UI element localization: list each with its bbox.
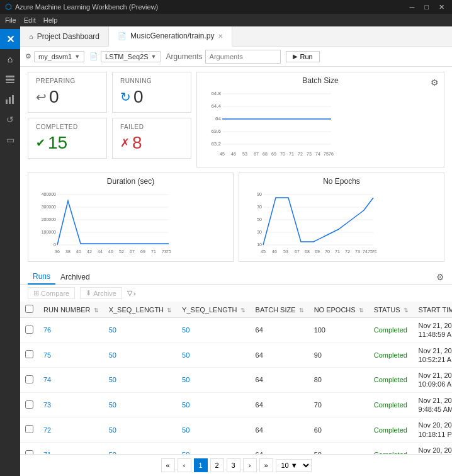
cell-start-time: Nov 21, 2017,11:48:59 AM [414, 318, 452, 343]
table-row: 74 50 50 64 80 Completed Nov 21, 2017,10… [20, 368, 452, 393]
cell-y-seq[interactable]: 50 [177, 417, 250, 443]
sidebar-history-icon[interactable]: ↺ [1, 111, 19, 128]
cell-y-seq[interactable]: 50 [177, 442, 250, 454]
cell-x-seq[interactable]: 50 [104, 343, 177, 368]
cell-batch-size: 64 [251, 318, 309, 343]
sidebar-dashboard-icon[interactable]: ⌂ [1, 50, 19, 68]
next-page-button[interactable]: › [243, 458, 257, 472]
svg-text:74: 74 [315, 152, 320, 156]
svg-text:68: 68 [305, 249, 310, 254]
no-epochs-chart: No Epochs 90 70 50 30 10 45 46 [239, 173, 444, 262]
batch-chart-settings-icon[interactable]: ⚙ [431, 77, 439, 88]
cell-x-seq[interactable]: 50 [104, 417, 177, 443]
tab-close-button[interactable]: ✕ [218, 33, 223, 40]
app-container: ✕ ⌂ ↺ ▭ ⌂ Project Dashboard 📄 MusicGener… [0, 26, 452, 476]
prev-page-button[interactable]: ‹ [178, 458, 191, 472]
row-select-checkbox[interactable] [25, 425, 33, 433]
col-x-seq[interactable]: X_SEQ_LENGTH ⇅ [104, 302, 177, 318]
page-2-button[interactable]: 2 [210, 458, 224, 472]
tab-project-dashboard[interactable]: ⌂ Project Dashboard [20, 26, 109, 47]
cell-run-number[interactable]: 71 [38, 442, 104, 454]
sidebar-home-button[interactable]: ✕ [0, 29, 20, 49]
stats-cards: PREPARING ↩ 0 RUNNING ↻ 0 [28, 72, 191, 167]
sidebar-data-icon[interactable] [1, 71, 19, 88]
app-title: Azure Machine Learning Workbench (Previe… [15, 3, 158, 11]
cell-no-epochs: 70 [309, 392, 369, 417]
cell-run-number[interactable]: 72 [38, 417, 104, 443]
cell-batch-size: 64 [251, 368, 309, 393]
per-page-select[interactable]: 10 ▼ 25 50 [276, 459, 312, 472]
svg-text:42: 42 [87, 249, 92, 254]
row-select-checkbox[interactable] [25, 350, 33, 358]
col-start-time[interactable]: START TIME ⇅ [414, 302, 452, 318]
completed-icon: ✔ [36, 136, 45, 150]
cell-x-seq[interactable]: 50 [104, 318, 177, 343]
row-select-checkbox[interactable] [25, 326, 33, 334]
completed-number: 15 [48, 133, 67, 153]
row-checkbox [20, 343, 38, 368]
last-page-button[interactable]: » [259, 458, 273, 472]
cell-run-number[interactable]: 75 [38, 343, 104, 368]
sidebar-chart-icon[interactable] [1, 91, 19, 108]
cell-y-seq[interactable]: 50 [177, 392, 250, 417]
table-settings-icon[interactable]: ⚙ [436, 272, 444, 282]
tab-runs[interactable]: Runs [28, 269, 55, 285]
arguments-input[interactable] [205, 50, 281, 64]
cell-run-number[interactable]: 76 [38, 318, 104, 343]
svg-text:46: 46 [272, 249, 277, 254]
cell-no-epochs: 60 [309, 417, 369, 443]
cell-y-seq[interactable]: 50 [177, 343, 250, 368]
cell-x-seq[interactable]: 50 [104, 442, 177, 454]
archive-button[interactable]: ⬇ Archive [80, 287, 122, 299]
preparing-label: PREPARING [36, 77, 99, 84]
menu-help[interactable]: Help [43, 16, 58, 24]
col-status[interactable]: STATUS ⇅ [369, 302, 414, 318]
tab-archived[interactable]: Archived [55, 270, 95, 284]
batch-size-svg: 64.8 64.4 64 63.6 63.2 45 46 53 [202, 88, 334, 163]
cell-run-number[interactable]: 73 [38, 392, 104, 417]
page-3-button[interactable]: 3 [227, 458, 240, 472]
cell-start-time: Nov 21, 2017,10:52:21 AM [414, 343, 452, 368]
cell-batch-size: 64 [251, 392, 309, 417]
cell-start-time: Nov 21, 2017,9:48:45 AM [414, 392, 452, 417]
svg-text:45: 45 [220, 152, 225, 156]
row-select-checkbox[interactable] [25, 375, 33, 383]
cell-y-seq[interactable]: 50 [177, 368, 250, 393]
table-body: 76 50 50 64 100 Completed Nov 21, 2017,1… [20, 318, 452, 455]
cell-run-number[interactable]: 74 [38, 368, 104, 393]
svg-text:73: 73 [307, 152, 312, 156]
svg-rect-4 [9, 97, 11, 104]
col-no-epochs[interactable]: NO EPOCHS ⇅ [309, 302, 369, 318]
model-dropdown[interactable]: LSTM_Seq2S ▼ [101, 51, 161, 62]
run-button[interactable]: ▶ Run [286, 51, 320, 62]
vm-dropdown[interactable]: my_dsvm1 ▼ [34, 51, 84, 62]
select-all-checkbox[interactable] [25, 305, 33, 313]
menu-edit[interactable]: Edit [24, 16, 36, 24]
row-select-checkbox[interactable] [25, 400, 33, 409]
cell-x-seq[interactable]: 50 [104, 392, 177, 417]
cell-x-seq[interactable]: 50 [104, 368, 177, 393]
page-1-button[interactable]: 1 [194, 458, 208, 472]
run-number-sort-icon: ⇅ [94, 307, 99, 314]
toolbar-model-selector[interactable]: 📄 LSTM_Seq2S ▼ [89, 51, 161, 62]
sidebar-page-icon[interactable]: ▭ [1, 131, 19, 149]
toolbar-vm-selector[interactable]: ⚙ my_dsvm1 ▼ [25, 51, 84, 62]
col-run-number[interactable]: RUN NUMBER ⇅ [38, 302, 104, 318]
col-y-seq[interactable]: Y_SEQ_LENGTH ⇅ [177, 302, 250, 318]
tab-train-py[interactable]: 📄 MusicGeneration/train.py ✕ [109, 26, 232, 47]
maximize-button[interactable]: □ [422, 3, 431, 11]
minimize-button[interactable]: ─ [407, 3, 417, 11]
cell-start-time: Nov 20, 2017,10:18:11 PM [414, 417, 452, 443]
svg-text:300000: 300000 [42, 205, 56, 209]
cell-batch-size: 64 [251, 442, 309, 454]
filter-icons[interactable]: ▽ › [127, 289, 136, 297]
close-button[interactable]: ✕ [436, 3, 447, 11]
menu-file[interactable]: File [5, 16, 16, 24]
cell-y-seq[interactable]: 50 [177, 318, 250, 343]
tabbar: ⌂ Project Dashboard 📄 MusicGeneration/tr… [20, 26, 452, 47]
first-page-button[interactable]: « [161, 458, 175, 472]
compare-button[interactable]: ⊞ Compare [28, 287, 75, 299]
col-batch-size[interactable]: BATCH SIZE ⇅ [251, 302, 309, 318]
svg-text:69: 69 [140, 249, 145, 254]
svg-text:63.6: 63.6 [211, 128, 221, 134]
